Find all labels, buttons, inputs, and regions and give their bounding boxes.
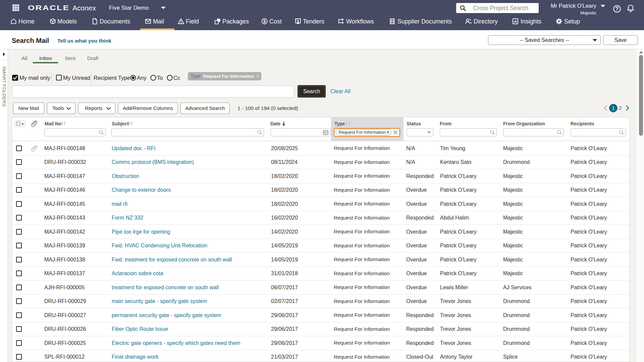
- svg-text:$: $: [263, 19, 266, 24]
- svg-text:?: ?: [615, 6, 619, 12]
